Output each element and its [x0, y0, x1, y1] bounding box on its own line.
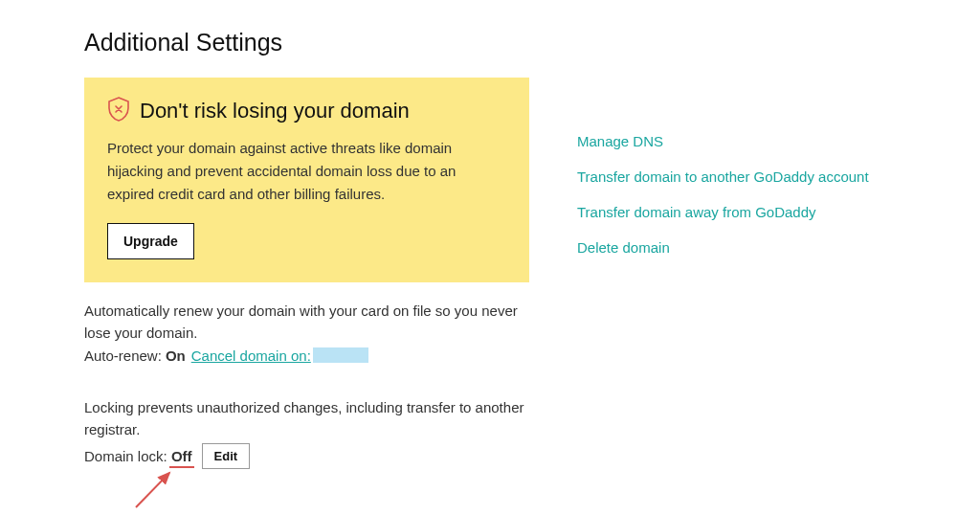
warning-body: Protect your domain against active threa… — [107, 137, 506, 206]
redacted-date — [313, 347, 368, 363]
auto-renew-line: Auto-renew: On Cancel domain on: — [84, 347, 529, 364]
action-links: Manage DNS Transfer domain to another Go… — [577, 133, 869, 256]
warning-header: Don't risk losing your domain — [107, 97, 506, 125]
domain-lock-status: Off — [171, 448, 192, 464]
svg-line-0 — [136, 473, 169, 507]
arrow-annotation-icon — [50, 469, 174, 515]
domain-lock-label: Domain lock: — [84, 448, 167, 464]
domain-lock-line: Domain lock: Off Edit — [84, 443, 529, 469]
page-title: Additional Settings — [84, 29, 980, 56]
cancel-domain-link[interactable]: Cancel domain on: — [191, 347, 311, 364]
delete-domain-link[interactable]: Delete domain — [577, 239, 869, 256]
auto-renew-description: Automatically renew your domain with you… — [84, 300, 529, 345]
domain-lock-description: Locking prevents unauthorized changes, i… — [84, 396, 529, 441]
upgrade-button[interactable]: Upgrade — [107, 223, 194, 259]
manage-dns-link[interactable]: Manage DNS — [577, 133, 869, 149]
transfer-away-link[interactable]: Transfer domain away from GoDaddy — [577, 204, 869, 220]
auto-renew-status: On — [166, 347, 186, 364]
left-column: Don't risk losing your domain Protect yo… — [84, 78, 529, 469]
auto-renew-label: Auto-renew: — [84, 347, 162, 364]
warning-title: Don't risk losing your domain — [140, 99, 410, 123]
warning-box: Don't risk losing your domain Protect yo… — [84, 78, 529, 282]
shield-alert-icon — [107, 97, 130, 125]
right-column: Manage DNS Transfer domain to another Go… — [577, 78, 869, 469]
transfer-to-account-link[interactable]: Transfer domain to another GoDaddy accou… — [577, 168, 869, 185]
edit-lock-button[interactable]: Edit — [202, 443, 251, 469]
